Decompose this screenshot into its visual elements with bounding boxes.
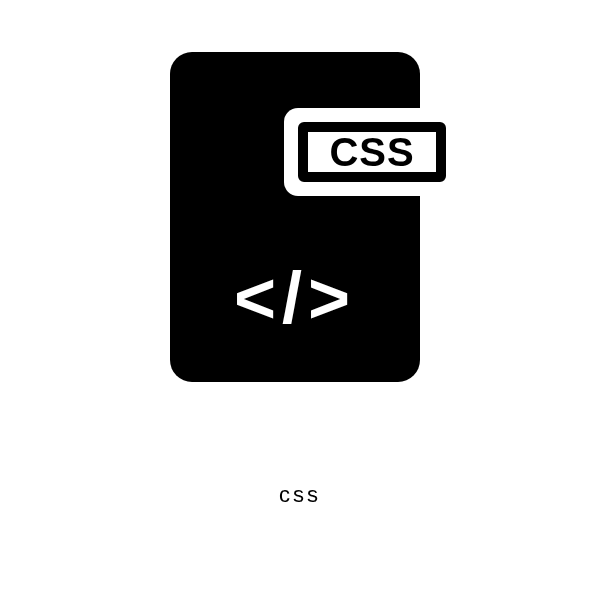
badge-label: CSS (329, 132, 414, 172)
file-type-badge: CSS (284, 108, 460, 196)
badge-border: CSS (298, 122, 446, 182)
code-brackets-icon: </> (170, 262, 420, 334)
icon-caption: css (279, 482, 321, 508)
css-file-icon: CSS </> (150, 52, 450, 412)
